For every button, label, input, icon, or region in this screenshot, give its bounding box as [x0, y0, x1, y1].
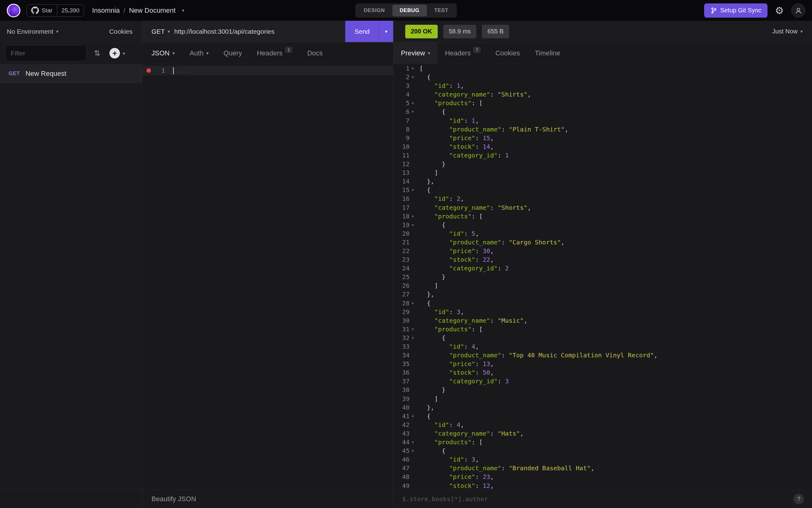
star-count[interactable]: 25,390 — [57, 5, 84, 16]
fold-caret-icon[interactable]: ▾ — [410, 99, 420, 108]
line-number: 21 — [393, 238, 410, 247]
response-headers-count-badge: 7 — [473, 47, 481, 53]
fold-caret-icon — [410, 255, 420, 264]
code-line: 41▾ { — [393, 412, 812, 420]
method-dropdown[interactable]: GET ▾ — [142, 28, 174, 35]
help-icon[interactable]: ? — [794, 494, 804, 504]
fold-caret-icon — [410, 168, 420, 177]
fold-caret-icon — [410, 403, 420, 412]
fold-caret-icon — [410, 385, 420, 394]
fold-caret-icon[interactable]: ▾ — [410, 108, 420, 116]
user-avatar[interactable] — [791, 3, 805, 17]
url-input[interactable]: http://localhost:3001/api/categories — [174, 28, 345, 35]
code-line: 24 "category_id": 2 — [393, 264, 812, 272]
fold-caret-icon[interactable]: ▾ — [410, 212, 420, 221]
environment-label: No Environment — [7, 28, 53, 35]
headers-count-badge: 1 — [285, 47, 292, 53]
code-line: 4 "category_name": "Shirts", — [393, 90, 812, 99]
fold-caret-icon — [410, 342, 420, 351]
fold-caret-icon[interactable]: ▾ — [410, 438, 420, 447]
chevron-down-icon: ▾ — [168, 29, 170, 34]
code-line: 39 ] — [393, 394, 812, 403]
code-line: 13 ] — [393, 168, 812, 177]
fold-caret-icon — [410, 90, 420, 99]
code-line: 9 "price": 15, — [393, 134, 812, 142]
fold-caret-icon[interactable]: ▾ — [410, 412, 420, 420]
code-line: 23 "stock": 22, — [393, 255, 812, 264]
code-line: 16 "id": 2, — [393, 194, 812, 203]
tab-body-type[interactable]: JSON ▾ — [142, 42, 182, 64]
response-filter-input[interactable] — [402, 495, 794, 503]
fold-caret-icon — [410, 151, 420, 160]
line-number: 34 — [393, 351, 410, 359]
code-line: 15▾ { — [393, 185, 812, 194]
fold-caret-icon[interactable]: ▾ — [410, 185, 420, 194]
code-line: 22 "price": 30, — [393, 247, 812, 255]
tab-request-headers[interactable]: Headers 1 — [249, 42, 300, 64]
tab-debug[interactable]: DEBUG — [392, 5, 427, 16]
fold-caret-icon[interactable]: ▾ — [410, 221, 420, 229]
beautify-json-button[interactable]: Beautify JSON — [151, 495, 196, 503]
chevron-down-icon: ▾ — [173, 51, 175, 55]
response-code-lines[interactable]: 1▾[2▾ {3 "id": 1,4 "category_name": "Shi… — [393, 64, 812, 490]
response-size-badge: 655 B — [482, 25, 509, 38]
add-request-button[interactable]: + ▾ — [109, 48, 125, 58]
fold-caret-icon — [410, 81, 420, 90]
tab-docs[interactable]: Docs — [300, 42, 330, 64]
filter-input[interactable] — [6, 45, 87, 61]
tab-design[interactable]: DESIGN — [356, 5, 392, 16]
chevron-down-icon[interactable]: ▾ — [182, 8, 185, 13]
headers-label: Headers — [257, 49, 283, 57]
github-star-segment[interactable]: Star — [27, 5, 57, 16]
code-line: 19▾ { — [393, 221, 812, 229]
tab-query[interactable]: Query — [216, 42, 249, 64]
chevron-down-icon: ▾ — [800, 29, 803, 34]
fold-caret-icon[interactable]: ▾ — [410, 73, 420, 81]
line-number: 25 — [393, 272, 410, 281]
sort-icon[interactable]: ⇅ — [94, 49, 100, 57]
app-name: Insomnia — [92, 6, 120, 14]
fold-caret-icon[interactable]: ▾ — [410, 334, 420, 342]
send-options-button[interactable]: ▾ — [379, 21, 393, 42]
line-number: 12 — [393, 160, 410, 168]
tab-timeline[interactable]: Timeline — [527, 42, 568, 64]
github-star-badge[interactable]: Star 25,390 — [27, 4, 84, 17]
cookies-button[interactable]: Cookies — [109, 28, 133, 35]
top-bar: Star 25,390 Insomnia / New Document ▾ DE… — [0, 0, 812, 21]
tab-response-headers[interactable]: Headers 7 — [438, 42, 488, 64]
response-history-dropdown[interactable]: Just Now ▾ — [772, 28, 803, 35]
code-line: 45▾ { — [393, 447, 812, 455]
response-footer: ? — [393, 490, 812, 508]
tab-preview[interactable]: Preview ▾ — [393, 42, 438, 64]
send-button[interactable]: Send — [345, 21, 379, 42]
code-line: 27 }, — [393, 290, 812, 299]
tab-auth[interactable]: Auth ▾ — [182, 42, 216, 64]
environment-selector[interactable]: No Environment ▾ — [7, 28, 58, 35]
request-body-editor[interactable]: 1 ... — [142, 64, 393, 490]
tab-cookies[interactable]: Cookies — [488, 42, 527, 64]
code-line: 8 "product_name": "Plain T-Shirt", — [393, 125, 812, 134]
fold-caret-icon[interactable]: ▾ — [410, 299, 420, 307]
send-button-group: Send ▾ — [345, 21, 393, 42]
fold-caret-icon[interactable]: ▾ — [410, 64, 420, 73]
settings-gear-icon[interactable]: ⚙ — [775, 6, 784, 15]
line-number: 10 — [393, 142, 410, 151]
line-number: 31 — [393, 325, 410, 334]
breadcrumb-separator: / — [123, 6, 125, 14]
fold-caret-icon[interactable]: ▾ — [410, 447, 420, 455]
code-line: 34 "product_name": "Top 40 Music Compila… — [393, 351, 812, 359]
fold-caret-icon — [410, 142, 420, 151]
fold-caret-icon[interactable]: ▾ — [410, 325, 420, 334]
chevron-down-icon: ▾ — [385, 29, 388, 34]
line-number: 46 — [393, 455, 410, 464]
line-number: 48 — [393, 472, 410, 481]
fold-caret-icon — [410, 194, 420, 203]
tab-test[interactable]: TEST — [427, 5, 456, 16]
fold-caret-icon — [410, 160, 420, 168]
request-name-label: New Request — [26, 70, 66, 78]
document-name[interactable]: New Document — [129, 6, 175, 14]
code-line: 30 "category_name": "Music", — [393, 316, 812, 325]
setup-git-sync-button[interactable]: Setup Git Sync — [704, 3, 767, 17]
code-line: 32▾ { — [393, 334, 812, 342]
request-list-item[interactable]: GET New Request — [0, 64, 142, 83]
